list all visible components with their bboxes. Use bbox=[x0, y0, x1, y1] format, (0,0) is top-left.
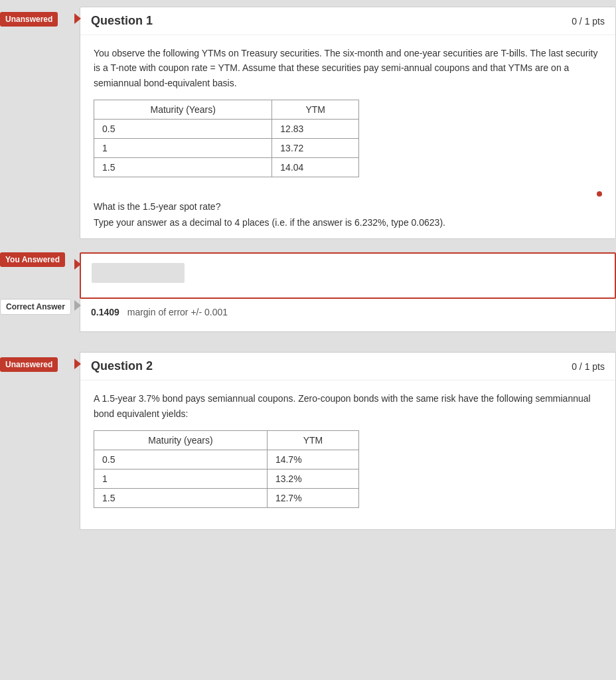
q1-row2-maturity: 1 bbox=[94, 139, 272, 158]
spot-rate-question: What is the 1.5-year spot rate? bbox=[94, 201, 602, 212]
q2-row1-maturity: 0.5 bbox=[94, 450, 268, 469]
q1-col-maturity: Maturity (Years) bbox=[94, 100, 272, 120]
correct-arrow bbox=[74, 300, 81, 311]
question2-pts: 0 / 1 pts bbox=[572, 361, 605, 372]
question1-pts: 0 / 1 pts bbox=[572, 16, 605, 27]
question1-content: Question 1 0 / 1 pts You observe the fol… bbox=[80, 7, 616, 239]
correct-answer-section: Correct Answer 0.1409 margin of error +/… bbox=[0, 299, 616, 332]
page-wrapper: Unanswered Question 1 0 / 1 pts You obse… bbox=[0, 0, 616, 556]
question1-left-col: Unanswered bbox=[0, 7, 80, 239]
you-answered-left: You Answered bbox=[0, 252, 80, 299]
unanswered-badge-q2: Unanswered bbox=[0, 357, 58, 372]
q1-row2-ytm: 13.72 bbox=[272, 139, 359, 158]
you-answered-section: You Answered bbox=[0, 252, 616, 299]
you-answered-label: You Answered bbox=[0, 252, 65, 267]
q2-row3-ytm: 12.7% bbox=[267, 488, 358, 507]
q2-col-maturity: Maturity (years) bbox=[94, 430, 268, 450]
q2-col-ytm: YTM bbox=[267, 430, 358, 450]
q2-row2-maturity: 1 bbox=[94, 469, 268, 488]
question2-intro: A 1.5-year 3.7% bond pays semiannual cou… bbox=[94, 391, 602, 421]
table-row: 1.5 12.7% bbox=[94, 488, 359, 507]
badge-arrow-q1 bbox=[74, 13, 81, 24]
correct-value: 0.1409 bbox=[91, 307, 119, 317]
answer-box bbox=[80, 252, 616, 299]
correct-content: 0.1409 margin of error +/- 0.001 bbox=[80, 299, 616, 332]
answer-input-display[interactable] bbox=[92, 263, 185, 283]
question1-intro: You observe the following YTMs on Treasu… bbox=[94, 46, 602, 90]
question2-block: Unanswered Question 2 0 / 1 pts A 1.5-ye… bbox=[0, 352, 616, 530]
red-dot-indicator bbox=[597, 191, 602, 197]
correct-left: Correct Answer bbox=[0, 299, 80, 332]
question2-content: Question 2 0 / 1 pts A 1.5-year 3.7% bon… bbox=[80, 352, 616, 530]
question1-body: You observe the following YTMs on Treasu… bbox=[80, 35, 615, 238]
q1-row3-ytm: 14.04 bbox=[272, 158, 359, 177]
question2-wrapper: Unanswered Question 2 0 / 1 pts A 1.5-ye… bbox=[0, 352, 616, 530]
table-row: 1.5 14.04 bbox=[94, 158, 359, 177]
question1-block: Unanswered Question 1 0 / 1 pts You obse… bbox=[0, 7, 616, 239]
unanswered-badge-q1: Unanswered bbox=[0, 12, 58, 27]
you-answered-arrow bbox=[74, 259, 81, 270]
question1-header: Question 1 0 / 1 pts bbox=[80, 7, 615, 35]
margin-of-error: margin of error +/- 0.001 bbox=[127, 307, 228, 317]
question2-header: Question 2 0 / 1 pts bbox=[80, 353, 615, 381]
question2-body: A 1.5-year 3.7% bond pays semiannual cou… bbox=[80, 381, 615, 529]
badge-arrow-q2 bbox=[74, 359, 81, 369]
question2-table: Maturity (years) YTM 0.5 14.7% 1 1 bbox=[94, 430, 359, 508]
question1-table: Maturity (Years) YTM 0.5 12.83 1 1 bbox=[94, 100, 359, 177]
q2-row3-maturity: 1.5 bbox=[94, 488, 268, 507]
q1-col-ytm: YTM bbox=[272, 100, 359, 120]
question1-title: Question 1 bbox=[91, 14, 153, 28]
table-row: 1 13.72 bbox=[94, 139, 359, 158]
q2-row2-ytm: 13.2% bbox=[267, 469, 358, 488]
q1-row1-maturity: 0.5 bbox=[94, 120, 272, 139]
table-row: 0.5 12.83 bbox=[94, 120, 359, 139]
question2-left-col: Unanswered bbox=[0, 352, 80, 530]
q2-row1-ytm: 14.7% bbox=[267, 450, 358, 469]
question2-title: Question 2 bbox=[91, 359, 153, 373]
correct-answer-label: Correct Answer bbox=[0, 299, 71, 315]
q1-row3-maturity: 1.5 bbox=[94, 158, 272, 177]
question1-wrapper: Unanswered Question 1 0 / 1 pts You obse… bbox=[0, 7, 616, 332]
table-row: 1 13.2% bbox=[94, 469, 359, 488]
q1-row1-ytm: 12.83 bbox=[272, 120, 359, 139]
answer-instruction: Type your answer as a decimal to 4 place… bbox=[94, 217, 602, 228]
table-row: 0.5 14.7% bbox=[94, 450, 359, 469]
